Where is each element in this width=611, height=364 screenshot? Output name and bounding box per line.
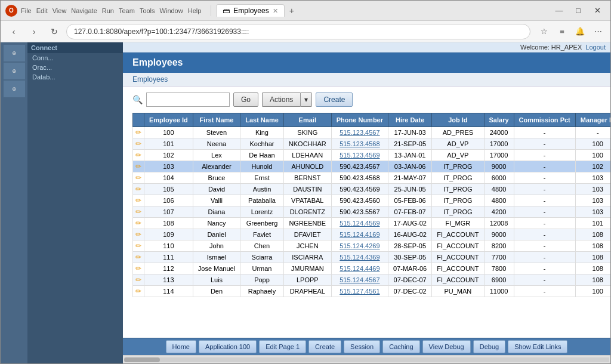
cell-phone[interactable]: 515.124.4469 (331, 263, 388, 274)
ide-panel-item-2[interactable]: Orac... (27, 63, 123, 72)
go-button[interactable]: Go (233, 92, 258, 107)
ide-conn3-btn[interactable]: ⊕ (4, 81, 25, 97)
footer-btn-home[interactable]: Home (166, 340, 196, 353)
edit-cell[interactable]: ✏ (133, 229, 144, 240)
cell-phone[interactable]: 515.124.4569 (331, 218, 388, 229)
phone-link[interactable]: 515.124.4567 (340, 276, 379, 283)
edit-icon[interactable]: ✏ (135, 208, 141, 216)
col-phone[interactable]: Phone Number (331, 113, 388, 127)
phone-link[interactable]: 515.127.4561 (340, 288, 379, 295)
menu-help[interactable]: Help (188, 7, 202, 14)
edit-icon[interactable]: ✏ (135, 174, 141, 182)
edit-cell[interactable]: ✏ (133, 161, 144, 172)
phone-link[interactable]: 515.124.4469 (340, 265, 379, 272)
menu-file[interactable]: File (21, 7, 32, 14)
menu-edit[interactable]: Edit (36, 7, 48, 14)
tab-close-btn[interactable]: ✕ (273, 7, 278, 15)
col-job-id[interactable]: Job Id (432, 113, 484, 127)
edit-icon[interactable]: ✏ (135, 219, 141, 227)
menu-team[interactable]: Team (119, 7, 135, 14)
new-tab-btn[interactable]: + (285, 4, 299, 17)
col-salary[interactable]: Salary (484, 113, 514, 127)
forward-btn[interactable]: › (26, 23, 42, 40)
cell-phone[interactable]: 515.124.4169 (331, 229, 388, 240)
edit-cell[interactable]: ✏ (133, 195, 144, 206)
edit-cell[interactable]: ✏ (133, 138, 144, 150)
footer-btn-show-edit-links[interactable]: Show Edit Links (508, 340, 567, 353)
cell-phone[interactable]: 515.123.4567 (331, 127, 388, 138)
edit-cell[interactable]: ✏ (133, 240, 144, 252)
cell-phone[interactable]: 515.124.4369 (331, 252, 388, 263)
col-manager[interactable]: Manager Id (575, 113, 610, 127)
close-btn[interactable]: ✕ (589, 4, 606, 18)
footer-btn-caching[interactable]: Caching (382, 340, 419, 353)
edit-cell[interactable]: ✏ (133, 184, 144, 195)
edit-cell[interactable]: ✏ (133, 150, 144, 161)
menu-window[interactable]: Window (160, 7, 183, 14)
edit-icon[interactable]: ✏ (135, 185, 141, 193)
col-email[interactable]: Email (283, 113, 331, 127)
footer-btn-session[interactable]: Session (344, 340, 380, 353)
footer-btn-create[interactable]: Create (308, 340, 341, 353)
footer-btn-edit-page-1[interactable]: Edit Page 1 (259, 340, 306, 353)
edit-cell[interactable]: ✏ (133, 127, 144, 138)
phone-link[interactable]: 515.124.4269 (340, 242, 379, 249)
menu-view[interactable]: View (53, 7, 67, 14)
phone-link[interactable]: 515.124.4369 (340, 254, 379, 261)
edit-cell[interactable]: ✏ (133, 286, 144, 297)
edit-icon[interactable]: ✏ (135, 196, 141, 205)
footer-btn-debug[interactable]: Debug (473, 340, 505, 353)
menu-run[interactable]: Run (102, 7, 114, 14)
phone-link[interactable]: 515.123.4569 (340, 152, 379, 159)
cell-phone[interactable]: 515.123.4568 (331, 138, 388, 150)
col-employee-id[interactable]: Employee Id (144, 113, 193, 127)
cell-phone[interactable]: 515.127.4561 (331, 286, 388, 297)
edit-icon[interactable]: ✏ (135, 276, 141, 284)
search-input[interactable] (146, 92, 230, 107)
ide-conn2-btn[interactable]: ⊕ (4, 63, 25, 79)
edit-cell[interactable]: ✏ (133, 274, 144, 286)
edit-icon[interactable]: ✏ (135, 264, 141, 273)
back-btn[interactable]: ‹ (5, 23, 22, 40)
bottom-scrollbar[interactable] (123, 355, 610, 363)
edit-icon[interactable]: ✏ (135, 287, 141, 295)
logout-link[interactable]: Logout (585, 44, 606, 51)
menu-icon[interactable]: ≡ (554, 24, 570, 39)
cell-phone[interactable]: 515.123.4569 (331, 150, 388, 161)
col-hire-date[interactable]: Hire Date (388, 113, 432, 127)
ide-connect-btn[interactable]: ⊕ (4, 45, 25, 61)
edit-icon[interactable]: ✏ (135, 140, 141, 148)
col-commission[interactable]: Commission Pct (514, 113, 575, 127)
ide-panel-item-3[interactable]: Datab... (27, 72, 123, 82)
footer-btn-view-debug[interactable]: View Debug (422, 340, 471, 353)
edit-icon[interactable]: ✏ (135, 151, 141, 159)
edit-icon[interactable]: ✏ (135, 128, 141, 137)
address-bar[interactable] (66, 24, 530, 39)
phone-link[interactable]: 515.124.4169 (340, 231, 379, 238)
edit-icon[interactable]: ✏ (135, 230, 141, 239)
edit-cell[interactable]: ✏ (133, 206, 144, 218)
edit-cell[interactable]: ✏ (133, 263, 144, 274)
edit-icon[interactable]: ✏ (135, 253, 141, 261)
phone-link[interactable]: 515.123.4567 (340, 129, 379, 136)
create-button[interactable]: Create (316, 92, 353, 107)
actions-arrow-button[interactable]: ▾ (300, 92, 312, 107)
minimize-btn[interactable]: — (551, 4, 567, 18)
bookmark-icon[interactable]: ☆ (536, 24, 552, 39)
refresh-btn[interactable]: ↻ (46, 23, 63, 40)
ide-panel-item-1[interactable]: Conn... (27, 53, 123, 63)
notifications-icon[interactable]: 🔔 (572, 24, 588, 39)
edit-cell[interactable]: ✏ (133, 172, 144, 184)
edit-icon[interactable]: ✏ (135, 242, 141, 250)
footer-btn-application-100[interactable]: Application 100 (199, 340, 257, 353)
menu-tools[interactable]: Tools (140, 7, 155, 14)
cell-phone[interactable]: 515.124.4269 (331, 240, 388, 252)
col-last-name[interactable]: Last Name (240, 113, 284, 127)
browser-tab[interactable]: 🗃 Employees ✕ (216, 4, 284, 17)
more-icon[interactable]: ⋯ (590, 24, 606, 39)
actions-button[interactable]: Actions (262, 92, 300, 107)
menu-navigate[interactable]: Navigate (71, 7, 97, 14)
cell-phone[interactable]: 515.124.4567 (331, 274, 388, 286)
edit-cell[interactable]: ✏ (133, 218, 144, 229)
phone-link[interactable]: 515.123.4568 (340, 140, 379, 147)
